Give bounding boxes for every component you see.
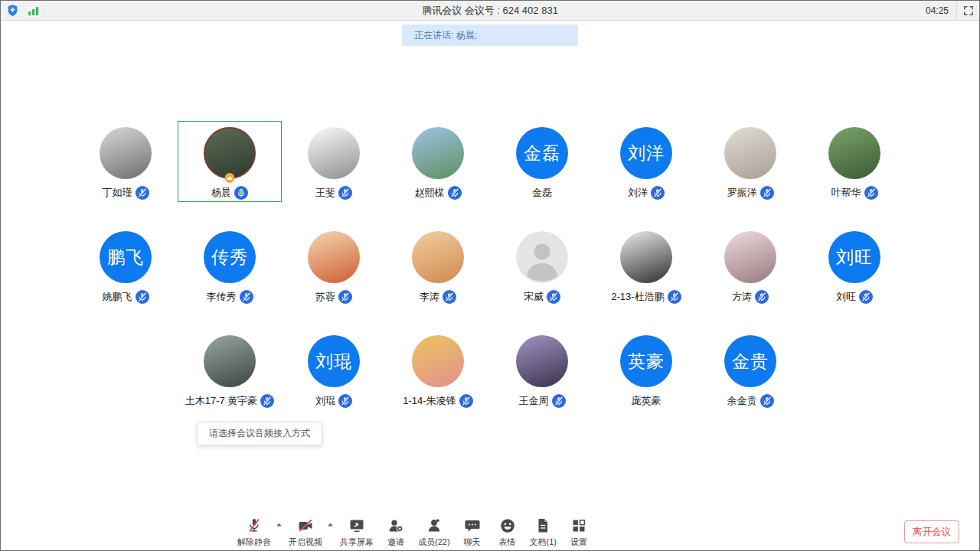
participant-label: 苏蓉 — [315, 289, 352, 305]
participant-label: 庞英豪 — [632, 393, 662, 409]
window-title: 腾讯会议 会议号 : 624 402 831 — [422, 4, 558, 18]
avatar: 金磊 — [516, 127, 568, 179]
mic-muted-icon — [260, 394, 274, 408]
participant-label: 姚鹏飞 — [103, 289, 149, 305]
participant-name: 1-14-朱凌锋 — [403, 394, 456, 408]
toolbar-mic-muted-toolbar-button[interactable]: 解除静音 — [233, 517, 276, 548]
participant-cell[interactable]: 方涛 — [698, 225, 802, 306]
toolbar-screen-share-button[interactable]: 共享屏幕 — [335, 517, 378, 548]
tencent-meeting-window: 腾讯会议 会议号 : 624 402 831 04:25 正在讲话: 杨晨; 丁… — [0, 0, 980, 551]
toolbar-item-label: 文档(1) — [530, 536, 557, 548]
fullscreen-icon[interactable] — [956, 1, 979, 20]
mic-muted-icon — [136, 290, 149, 304]
participant-label: 1-14-朱凌锋 — [403, 393, 472, 409]
participant-cell[interactable]: 金贵余金贵 — [698, 329, 802, 410]
participant-cell[interactable]: 宋威 — [490, 225, 594, 306]
toolbar-settings-button[interactable]: 设置 — [561, 517, 596, 548]
avatar-image — [204, 127, 256, 179]
toolbar-invite-button[interactable]: 邀请 — [378, 517, 413, 548]
toolbar-document-button[interactable]: 文档(1) — [525, 517, 561, 548]
avatar — [516, 335, 568, 387]
avatar-image — [516, 335, 568, 387]
avatar: 金贵 — [724, 335, 776, 387]
participant-cell[interactable]: 丁如瑾 — [74, 121, 178, 202]
shield-icon[interactable] — [7, 4, 18, 17]
participant-cell[interactable]: 土木17-7 黄宇豪 — [178, 329, 282, 410]
avatar: 刘琨 — [308, 335, 360, 387]
avatar — [412, 231, 464, 283]
participant-name: 余金贵 — [727, 394, 757, 408]
default-avatar-icon — [516, 231, 568, 283]
participant-cell[interactable]: 1-14-朱凌锋 — [386, 329, 490, 410]
participant-cell[interactable]: 罗振洋 — [698, 121, 802, 202]
participant-row: 土木17-7 黄宇豪刘琨刘琨1-14-朱凌锋王金周英豪庞英豪金贵余金贵 — [1, 329, 979, 410]
avatar-image — [828, 127, 880, 179]
mic-muted-icon — [760, 394, 774, 408]
camera-off-icon — [296, 517, 315, 535]
mic-muted-toolbar-icon — [245, 517, 263, 535]
dropdown-arrow-icon[interactable] — [327, 522, 334, 527]
avatar: 传秀 — [204, 231, 256, 283]
participant-name: 王斐 — [315, 186, 335, 200]
mic-muted-icon — [240, 290, 253, 304]
titlebar-right: 04:25 — [918, 1, 979, 20]
mic-muted-icon — [448, 186, 462, 200]
toolbar-emoji-button[interactable]: 表情 — [490, 517, 525, 548]
signal-strength-icon[interactable] — [26, 5, 41, 17]
participant-name: 金磊 — [532, 186, 552, 200]
participant-cell[interactable]: 杨晨 — [178, 121, 282, 202]
participant-cell[interactable]: 刘琨刘琨 — [282, 329, 386, 410]
participant-cell[interactable]: 刘洋刘洋 — [594, 121, 698, 202]
participant-cell[interactable]: 英豪庞英豪 — [594, 329, 698, 410]
participant-cell[interactable]: 刘旺刘旺 — [802, 225, 906, 306]
participant-cell[interactable]: 王金周 — [490, 329, 594, 410]
participant-cell[interactable]: 传秀李传秀 — [178, 225, 282, 306]
participant-label: 王金周 — [519, 393, 566, 409]
avatar-image — [308, 231, 360, 283]
avatar-image: 刘琨 — [308, 335, 360, 387]
avatar — [828, 127, 880, 179]
dropdown-arrow-icon[interactable] — [276, 522, 283, 527]
leave-meeting-button[interactable]: 离开会议 — [904, 520, 959, 543]
toolbar-item-label: 共享屏幕 — [340, 536, 374, 548]
participant-cell[interactable]: 鹏飞姚鹏飞 — [74, 225, 178, 306]
avatar-image — [100, 127, 152, 179]
participant-name: 庞英豪 — [632, 394, 662, 408]
participant-cell[interactable]: 李涛 — [386, 225, 490, 306]
avatar-image — [308, 127, 360, 179]
participant-name: 刘琨 — [315, 394, 335, 408]
avatar — [204, 127, 256, 179]
participant-label: 宋威 — [524, 289, 560, 305]
avatar-image: 金磊 — [516, 127, 568, 179]
participant-cell[interactable]: 赵熙楳 — [386, 121, 490, 202]
participant-cell[interactable]: 苏蓉 — [282, 225, 386, 306]
audio-hint-tooltip: 请选择会议音频接入方式 — [197, 422, 322, 445]
participant-name: 宋威 — [524, 290, 544, 304]
mic-muted-icon — [760, 186, 774, 200]
toolbar-item-label: 开启视频 — [289, 536, 322, 548]
toolbar-camera-off-button[interactable]: 开启视频 — [284, 517, 327, 548]
participant-cell[interactable]: 金磊金磊 — [490, 121, 594, 202]
participant-label: 罗振洋 — [727, 185, 774, 201]
bottom-toolbar: 解除静音开启视频共享屏幕邀请成员(22)聊天表情文档(1)设置 离开会议 — [1, 509, 979, 550]
avatar-image — [412, 335, 464, 387]
participant-label: 赵熙楳 — [415, 185, 462, 201]
avatar — [308, 127, 360, 179]
avatar-image: 刘洋 — [620, 127, 672, 179]
participant-label: 王斐 — [315, 185, 352, 201]
participant-cell[interactable]: 叶帮华 — [802, 121, 906, 202]
invite-icon — [387, 517, 405, 535]
avatar-image — [724, 231, 776, 283]
mic-muted-icon — [668, 290, 681, 304]
toolbar-chat-button[interactable]: 聊天 — [455, 517, 490, 548]
participant-cell[interactable]: 2-13-杜浩鹏 — [594, 225, 698, 306]
mic-muted-icon — [459, 394, 473, 408]
participant-row: 丁如瑾杨晨王斐赵熙楳金磊金磊刘洋刘洋罗振洋叶帮华 — [1, 121, 979, 202]
avatar — [204, 335, 256, 387]
toolbar-members-button[interactable]: 成员(22) — [413, 517, 455, 548]
titlebar: 腾讯会议 会议号 : 624 402 831 04:25 — [1, 1, 979, 21]
screen-share-icon — [348, 517, 366, 535]
participant-cell[interactable]: 王斐 — [282, 121, 386, 202]
mic-active-icon — [234, 186, 248, 200]
participant-name: 赵熙楳 — [415, 186, 445, 200]
